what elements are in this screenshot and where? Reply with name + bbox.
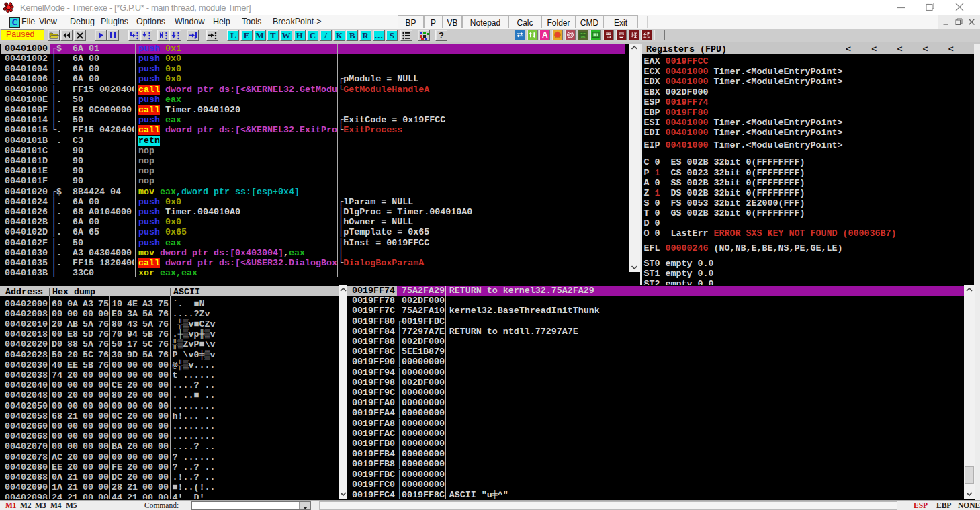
svg-text:101: 101 bbox=[580, 35, 586, 38]
